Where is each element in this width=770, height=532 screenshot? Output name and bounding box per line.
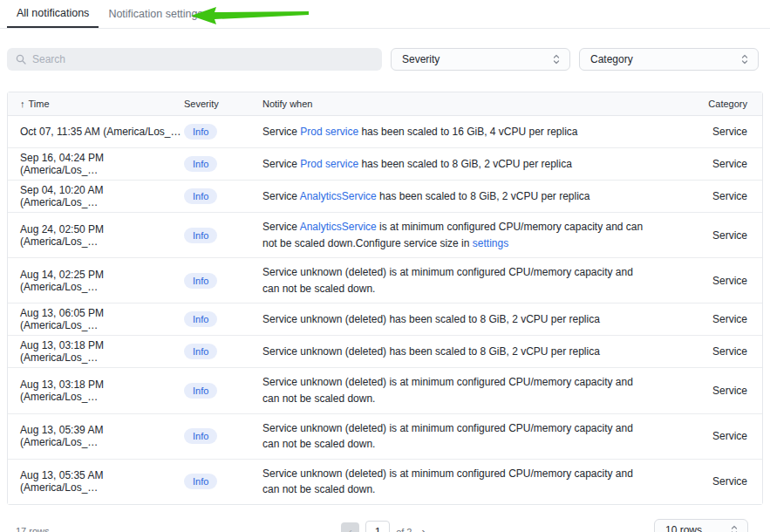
cell-category: Service [666, 275, 762, 287]
cell-time: Sep 04, 10:20 AM (America/Los_… [8, 184, 184, 208]
cell-notify-when: Service AnalyticsService is at minimum c… [262, 213, 666, 257]
cell-severity: Info [184, 273, 262, 289]
severity-badge: Info [184, 383, 217, 399]
cell-category: Service [666, 475, 762, 488]
severity-badge: Info [184, 228, 217, 243]
cell-notify-when: Service unknown (deleted) is at minimum … [262, 414, 666, 459]
cell-category: Service [666, 158, 762, 170]
severity-select-label: Severity [402, 53, 440, 65]
cell-category: Service [666, 430, 762, 442]
cell-time: Oct 07, 11:35 AM (America/Los_… [8, 126, 184, 138]
message-text: Service unknown (deleted) is at minimum … [262, 467, 633, 496]
table-body: Oct 07, 11:35 AM (America/Los_… Info Ser… [8, 116, 762, 504]
cell-time: Aug 13, 06:05 PM (America/Los_… [8, 307, 184, 331]
select-chevrons-icon [740, 53, 749, 65]
select-chevrons-icon [552, 53, 561, 65]
message-link[interactable]: Prod service [300, 158, 358, 170]
cell-notify-message: Service unknown (deleted) is at minimum … [262, 368, 648, 413]
column-header-severity: Severity [184, 99, 262, 109]
cell-notify-message: Service unknown (deleted) is at minimum … [262, 460, 648, 504]
severity-select[interactable]: Severity [391, 48, 570, 71]
message-text: Service unknown (deleted) is at minimum … [262, 376, 633, 405]
cell-notify-message: Service unknown (deleted) is at minimum … [262, 414, 648, 459]
tab-bar: All notifications Notification settings [0, 0, 770, 29]
cell-notify-message: Service unknown (deleted) has been scale… [262, 305, 648, 334]
table-row: Aug 13, 06:05 PM (America/Los_… Info Ser… [8, 304, 762, 336]
cell-notify-when: Service Prod service has been scaled to … [262, 150, 666, 179]
table-header-row: ↑ Time Severity Notify when Category [8, 92, 762, 116]
cell-notify-when: Service unknown (deleted) has been scale… [262, 305, 666, 334]
table-row: Aug 24, 02:50 PM (America/Los_… Info Ser… [8, 213, 762, 258]
table-row: Sep 16, 04:24 PM (America/Los_… Info Ser… [8, 148, 762, 181]
message-link[interactable]: Prod service [300, 126, 358, 138]
next-page-button[interactable]: › [419, 523, 429, 532]
search-box [7, 48, 382, 71]
message-text: Service [262, 126, 300, 138]
category-select-label: Category [590, 53, 633, 65]
cell-time: Sep 16, 04:24 PM (America/Los_… [8, 152, 184, 176]
message-text: Service [262, 221, 300, 233]
severity-badge: Info [184, 311, 217, 327]
severity-badge: Info [184, 156, 217, 172]
table-row: Aug 14, 02:25 PM (America/Los_… Info Ser… [8, 258, 762, 304]
column-header-notify-when: Notify when [262, 99, 666, 109]
severity-badge: Info [184, 188, 217, 204]
cell-severity: Info [184, 124, 262, 140]
message-text: Service unknown (deleted) has been scale… [262, 313, 600, 325]
cell-time: Aug 13, 03:18 PM (America/Los_… [8, 339, 184, 364]
cell-severity: Info [184, 383, 262, 399]
message-link[interactable]: settings [473, 237, 508, 249]
search-icon [16, 54, 26, 65]
page-size-select[interactable]: 10 rows [654, 519, 748, 532]
cell-notify-when: Service unknown (deleted) is at minimum … [262, 258, 666, 303]
cell-severity: Info [184, 188, 262, 204]
column-header-time[interactable]: ↑ Time [8, 99, 184, 109]
category-select[interactable]: Category [579, 48, 759, 71]
cell-notify-when: Service Prod service has been scaled to … [262, 118, 666, 147]
cell-category: Service [666, 385, 762, 397]
severity-badge: Info [184, 428, 217, 444]
cell-notify-when: Service unknown (deleted) is at minimum … [262, 368, 666, 413]
page-number-input[interactable] [365, 521, 390, 532]
cell-notify-message: Service unknown (deleted) is at minimum … [262, 258, 648, 303]
message-text: has been scaled to 8 GiB, 2 vCPU per rep… [358, 158, 572, 170]
page-size-label: 10 rows [665, 524, 702, 532]
cell-notify-when: Service unknown (deleted) is at minimum … [262, 460, 666, 504]
message-text: Service unknown (deleted) is at minimum … [262, 266, 633, 295]
table-row: Aug 13, 05:39 AM (America/Los_… Info Ser… [8, 414, 762, 460]
table-footer: 17 rows ‹ of 2 › 10 rows [0, 515, 770, 532]
previous-page-button[interactable]: ‹ [341, 522, 359, 532]
filter-bar: Severity Category [0, 48, 770, 71]
cell-category: Service [666, 313, 762, 325]
cell-severity: Info [184, 311, 262, 327]
message-link[interactable]: AnalyticsService [300, 190, 377, 202]
severity-badge: Info [184, 344, 217, 359]
table-row: Oct 07, 11:35 AM (America/Los_… Info Ser… [8, 116, 762, 148]
cell-severity: Info [184, 428, 262, 444]
severity-badge: Info [184, 474, 217, 489]
cell-category: Service [666, 190, 762, 202]
message-text: Service [262, 158, 300, 170]
tab-all-notifications[interactable]: All notifications [7, 0, 99, 28]
message-text: Service [262, 190, 300, 202]
message-link[interactable]: AnalyticsService [300, 221, 377, 233]
sort-ascending-icon: ↑ [20, 99, 25, 109]
cell-time: Aug 13, 03:18 PM (America/Los_… [8, 379, 184, 403]
column-header-category: Category [666, 99, 762, 109]
cell-severity: Info [184, 156, 262, 172]
table-row: Aug 13, 03:18 PM (America/Los_… Info Ser… [8, 368, 762, 413]
cell-time: Aug 14, 02:25 PM (America/Los_… [8, 269, 184, 293]
message-text: has been scaled to 16 GiB, 4 vCPU per re… [358, 126, 577, 138]
table-row: Sep 04, 10:20 AM (America/Los_… Info Ser… [8, 181, 762, 213]
table-row: Aug 13, 05:35 AM (America/Los_… Info Ser… [8, 460, 762, 504]
cell-notify-when: Service unknown (deleted) has been scale… [262, 338, 666, 366]
green-arrow-annotation-icon [188, 4, 310, 27]
column-header-time-label: Time [29, 99, 50, 109]
severity-badge: Info [184, 124, 217, 140]
cell-time: Aug 24, 02:50 PM (America/Los_… [8, 223, 184, 248]
cell-severity: Info [184, 228, 262, 243]
search-input[interactable] [32, 53, 373, 65]
notifications-table: ↑ Time Severity Notify when Category Oct… [7, 92, 763, 505]
cell-notify-when: Service AnalyticsService has been scaled… [262, 182, 666, 211]
cell-time: Aug 13, 05:35 AM (America/Los_… [8, 469, 184, 494]
